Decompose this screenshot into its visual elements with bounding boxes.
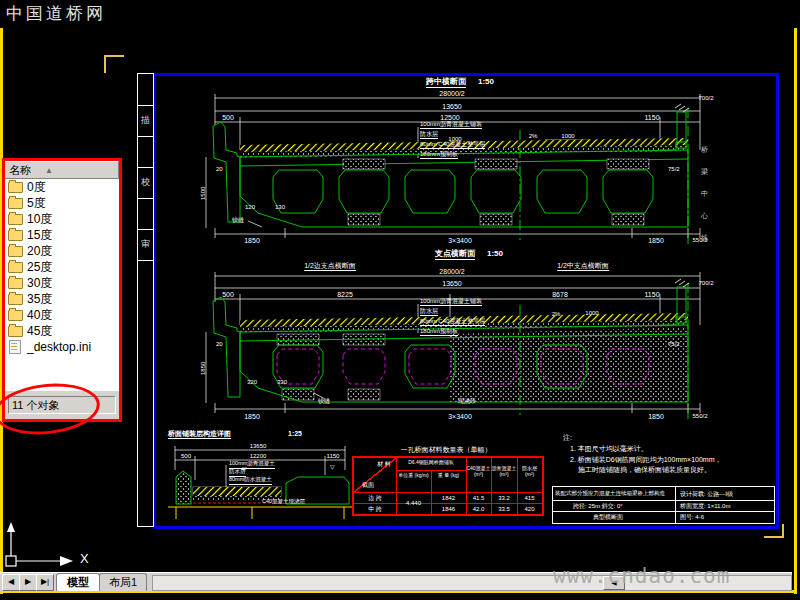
- dim-label: 1000: [448, 136, 461, 142]
- folder-item[interactable]: 30度: [5, 275, 119, 291]
- dim-label: 8678: [552, 291, 568, 298]
- dim-label: 8225: [337, 291, 353, 298]
- layer-label: 80mm C40混凝土整平层: [420, 318, 485, 326]
- section2-scale: 1:50: [487, 250, 503, 258]
- tab-nav-last-button[interactable]: ▶|: [36, 574, 54, 591]
- folder-icon: [8, 326, 23, 337]
- dim-label: 550/2: [692, 413, 707, 419]
- table-cell: 4.440: [396, 500, 431, 507]
- dim-label: 20: [216, 166, 223, 172]
- section1-title: 跨中横断面: [426, 78, 466, 88]
- folder-name: 45度: [27, 323, 52, 340]
- section2-title: 支点横断面: [435, 250, 475, 260]
- titleblock-load: 设计荷载: 公路—Ⅰ级: [680, 491, 733, 498]
- dim-label: 20: [216, 341, 223, 347]
- dim-label: 700/2: [698, 280, 713, 286]
- layer-label: 180mm预制板: [420, 328, 458, 336]
- note-line: 2. 桥面铺装D6钢筋网间距均为100mm×100mm，: [570, 456, 722, 463]
- dim-label: 1850: [648, 237, 664, 244]
- folder-item[interactable]: 15度: [5, 227, 119, 243]
- table-cell: 420: [517, 506, 542, 513]
- table-cell: 415: [517, 495, 542, 502]
- slope-label: 2%: [529, 133, 538, 139]
- slope-label: 2%: [552, 311, 561, 317]
- folder-icon: [8, 182, 23, 193]
- table-header: 防水层 (m²): [517, 466, 542, 478]
- dim-label: 1000: [561, 133, 574, 139]
- folder-item[interactable]: 5度: [5, 195, 119, 211]
- folder-icon: [8, 294, 23, 305]
- folder-name: 15度: [27, 227, 52, 244]
- layer-label: 80mm防水混凝土: [229, 477, 272, 485]
- application-window: 中国道桥网 描 校 审: [0, 0, 800, 600]
- dim-label: 500: [181, 453, 191, 459]
- table-cell: 33.5: [491, 506, 517, 513]
- table-corner-bottom: 截面: [356, 482, 380, 489]
- dim-label: 1150: [327, 453, 340, 459]
- joint-label: 铰缝: [318, 398, 330, 404]
- detail-title: 桥面铺装层构造详图: [168, 430, 231, 439]
- folder-name: 25度: [27, 259, 52, 276]
- centerline-char: 线: [701, 234, 708, 241]
- crop-mark-top-left: [104, 55, 124, 73]
- dim-label: 120: [245, 204, 255, 210]
- dim-label: 75/2: [668, 166, 680, 172]
- tab-nav-first-button[interactable]: ◀: [2, 574, 20, 591]
- folder-name: 10度: [27, 211, 52, 228]
- ucs-x-axis-label: X: [80, 552, 89, 565]
- table-cell: 中 跨: [354, 506, 396, 513]
- dim-label: 320: [247, 379, 257, 385]
- level-symbol: ▽: [242, 466, 247, 472]
- folder-item[interactable]: 35度: [5, 291, 119, 307]
- layer-label: 180mm预制板: [420, 151, 458, 159]
- table-header: 单位重 (kg/m): [396, 473, 431, 479]
- table-cell: 33.2: [491, 495, 517, 502]
- title-block: 装配式部分预应力混凝土连续箱梁桥上部构造 跨径: 25m 斜交: 0° 典型横断…: [552, 486, 775, 524]
- layer-label: 100mm沥青混凝土铺装: [420, 298, 482, 306]
- file-name: _desktop.ini: [27, 340, 91, 354]
- folder-item[interactable]: 20度: [5, 243, 119, 259]
- table-group-header: D6.4钢筋网桥面铺装: [396, 460, 466, 466]
- section1-scale: 1:50: [478, 78, 494, 86]
- dim-label: 130: [275, 204, 285, 210]
- folder-name: 5度: [27, 195, 46, 212]
- folder-item[interactable]: 10度: [5, 211, 119, 227]
- folder-item[interactable]: 0度: [5, 179, 119, 195]
- dim-label: 1500: [200, 187, 206, 200]
- layer-label: C40混凝土现浇层: [262, 499, 305, 505]
- dim-label: 1850: [244, 237, 260, 244]
- dim-label: 1000: [585, 310, 598, 316]
- titleblock-drawing-no: 图号: 4-6: [680, 514, 704, 521]
- dim-label: 700/2: [698, 95, 713, 101]
- dim-label: 1150: [644, 291, 659, 298]
- folder-icon: [8, 198, 23, 209]
- file-item[interactable]: _desktop.ini: [5, 339, 119, 355]
- folder-name: 30度: [27, 275, 52, 292]
- folder-item[interactable]: 40度: [5, 307, 119, 323]
- section2-half-left-title: 1/2边支点横断面: [304, 262, 356, 271]
- dim-label: 500: [222, 114, 234, 121]
- site-logo: 中国道桥网: [6, 2, 106, 25]
- section2-half-right-title: 1/2中支点横断面: [557, 262, 609, 271]
- table-corner-top: 材 料: [372, 461, 396, 468]
- table-cell: 1842: [431, 495, 466, 502]
- note-line: 施工时随铺随捣，确保桥面铺装质量良好。: [578, 466, 711, 473]
- cast-label: 现浇段: [458, 398, 476, 404]
- folder-icon: [8, 278, 23, 289]
- centerline-char: 中: [701, 190, 708, 197]
- column-header-name[interactable]: 名称 ▲: [5, 161, 119, 179]
- note-line: 1. 本图尺寸均以毫米计。: [570, 445, 648, 452]
- folder-item[interactable]: 25度: [5, 259, 119, 275]
- dim-label: 13650: [442, 103, 461, 110]
- dim-label: 28000/2: [439, 90, 464, 97]
- titleblock-project: 装配式部分预应力混凝土连续箱梁桥上部构造: [555, 490, 665, 496]
- tab-layout1[interactable]: 布局1: [99, 573, 147, 591]
- table-cell: 42.0: [466, 506, 491, 513]
- tab-model[interactable]: 模型: [56, 573, 100, 591]
- titleblock-span: 跨径: 25m 斜交: 0°: [573, 503, 623, 510]
- ini-file-icon: [9, 340, 21, 354]
- layer-label: 防水层: [420, 131, 438, 139]
- tab-nav-next-button[interactable]: ▶: [19, 574, 37, 591]
- layer-label: 100mm沥青混凝土铺装: [420, 121, 482, 129]
- folder-item[interactable]: 45度: [5, 323, 119, 339]
